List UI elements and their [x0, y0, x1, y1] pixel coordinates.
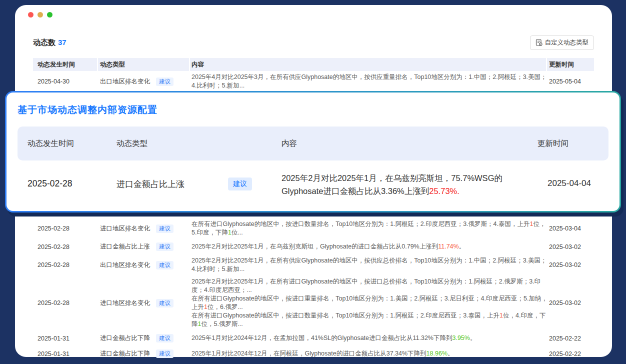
window-controls — [28, 12, 52, 18]
suggestion-badge[interactable]: 建议 — [156, 242, 174, 251]
row-updated: 2025-02-22 — [549, 335, 594, 342]
content-line: 在所有进口Glyphosate的地区中，按进口重量排名，Top10地区分别为：1… — [192, 294, 549, 312]
callout-row-content: 2025年2月对比2025年1月，在乌兹别亮斯坦，75.7%WSG的Glypho… — [282, 172, 538, 198]
table-row[interactable]: 2025-02-28出口地区排名变化建议2025年2月对比2025年1月，在所有… — [33, 254, 594, 276]
toolbar: 动态数37 自定义动态类型 — [33, 35, 594, 50]
document-gear-icon — [536, 39, 542, 46]
column-header-content: 内容 — [190, 58, 546, 71]
row-badge-cell: 建议 — [156, 224, 192, 233]
row-content: 2025年2月对比2025年1月，在所有供应Glyphosate的地区中，按供应… — [192, 254, 549, 276]
content-line: 2025年1月对比2024年12月，在孟加拉国，41%SL的Glyphosate… — [192, 334, 549, 342]
table-row[interactable]: 2025-01-31进口金额占比下降建议2025年1月对比2024年12月，在孟… — [33, 330, 594, 346]
row-content: 2025年2月对比2025年1月，在乌兹别克斯坦，Glyphosate的进口金额… — [192, 240, 549, 253]
row-type: 进口金额占比上涨 — [100, 242, 156, 251]
dynamic-count: 动态数37 — [33, 38, 66, 48]
row-date: 2025-02-28 — [38, 225, 100, 232]
content-text: 2025年2月对比2025年1月，在所有供应Glyphosate的地区中，按供应… — [192, 257, 547, 272]
suggestion-badge[interactable]: 建议 — [156, 334, 174, 342]
highlight-callout-body: 基于市场动态调整内部资源配置 动态发生时间 动态类型 内容 更新时间 2025-… — [6, 92, 620, 211]
row-badge-cell: 建议 — [156, 334, 192, 342]
table-row[interactable]: 2025-01-31进口金额占比下降建议2025年1月对比2024年12月，在菲… — [33, 362, 594, 364]
suggestion-badge[interactable]: 建议 — [156, 78, 174, 86]
value-up: 11.74% — [438, 243, 458, 250]
row-date: 2025-02-28 — [38, 244, 100, 250]
content-line: 2025年2月对比2025年1月，在所有进口Glyphosate的地区中，按进口… — [192, 278, 549, 294]
row-type: 出口地区排名变化 — [100, 261, 156, 270]
row-content: 2025年2月对比2025年1月，在所有进口Glyphosate的地区中，按进口… — [192, 276, 549, 330]
row-content: 2025年1月对比2024年12月，在阿根廷，Glyphosate的进口金额占比… — [192, 348, 549, 360]
dynamic-count-label: 动态数 — [33, 38, 56, 46]
suggestion-badge[interactable]: 建议 — [156, 299, 174, 308]
suggestion-badge[interactable]: 建议 — [156, 261, 174, 270]
suggestion-badge[interactable]: 建议 — [228, 178, 252, 190]
value-down: 3.95% — [452, 334, 470, 342]
content-line: 2025年4月对比2025年3月，在所有供应Glyphosate的地区中，按供应… — [192, 73, 549, 90]
value-down: 18.96% — [426, 350, 448, 357]
content-text: 。 — [448, 350, 454, 357]
row-updated: 2025-03-02 — [549, 300, 594, 306]
callout-row-date: 2025-02-28 — [18, 172, 116, 189]
value-up: 1 — [204, 304, 208, 310]
table-row[interactable]: 2025-02-28进口金额占比上涨建议2025年2月对比2025年1月，在乌兹… — [33, 239, 594, 254]
content-text: 2025年2月对比2025年1月，在乌兹别克斯坦，Glyphosate的进口金额… — [192, 243, 438, 250]
callout-table-row[interactable]: 2025-02-28 进口金额占比上涨 建议 2025年2月对比2025年1月，… — [18, 172, 608, 198]
callout-column-date: 动态发生时间 — [18, 138, 116, 149]
row-date: 2025-01-31 — [38, 335, 100, 342]
row-type: 进口地区排名变化 — [100, 224, 156, 233]
value-up: 25.73%. — [429, 186, 460, 196]
content-text: 在所有进口Glyphosate的地区中，按进口数量排名，Top10地区分别为：1… — [192, 220, 530, 228]
value-up: 1 — [500, 312, 503, 319]
row-content: 2025年1月对比2024年12月，在孟加拉国，41%SL的Glyphosate… — [192, 332, 549, 344]
customize-button-label: 自定义动态类型 — [545, 38, 589, 47]
row-updated: 2025-02-22 — [549, 350, 594, 358]
callout-column-content: 内容 — [282, 138, 538, 149]
row-badge-cell: 建议 — [156, 350, 192, 358]
row-badge-cell: 建议 — [156, 242, 192, 251]
highlight-callout: 基于市场动态调整内部资源配置 动态发生时间 动态类型 内容 更新时间 2025-… — [5, 91, 621, 212]
content-text: 位，6.俄罗... — [208, 304, 243, 310]
row-updated: 2025-05-04 — [549, 78, 594, 85]
content-text: 位... — [232, 229, 243, 236]
content-text: 位，5.俄罗斯... — [201, 320, 242, 328]
dynamic-count-value: 37 — [58, 38, 66, 46]
content-line: 在所有进口Glyphosate的地区中，按进口数量排名，Top10地区分别为：1… — [192, 312, 549, 328]
row-type: 进口金额占比下降 — [100, 334, 156, 342]
column-header-date: 动态发生时间 — [33, 58, 97, 71]
content-text: 2025年1月对比2024年12月，在阿根廷，Glyphosate的进口金额占比… — [192, 350, 426, 357]
row-updated: 2025-03-02 — [549, 262, 594, 268]
customize-dynamic-type-button[interactable]: 自定义动态类型 — [530, 36, 594, 50]
table-row[interactable]: 2025-01-31进口金额占比下降建议2025年1月对比2024年12月，在阿… — [33, 346, 594, 362]
content-text: 在所有进口Glyphosate的地区中，按进口数量排名，Top10地区分别为：1… — [192, 312, 500, 319]
callout-column-type: 动态类型 — [116, 138, 223, 149]
content-line: 2025年2月对比2025年1月，在乌兹别克斯坦，Glyphosate的进口金额… — [192, 242, 549, 251]
table-row[interactable]: 2025-04-30出口地区排名变化建议2025年4月对比2025年3月，在所有… — [33, 71, 594, 92]
content-text: 2025年1月对比2024年12月，在孟加拉国，41%SL的Glyphosate… — [192, 334, 452, 342]
content-line: 2025年1月对比2024年12月，在阿根廷，Glyphosate的进口金额占比… — [192, 350, 549, 358]
suggestion-badge[interactable]: 建议 — [156, 350, 174, 358]
table-row[interactable]: 2025-02-28进口地区排名变化建议在所有进口Glyphosate的地区中，… — [33, 218, 594, 239]
value-down: 1 — [228, 229, 232, 236]
row-date: 2025-01-31 — [38, 350, 100, 358]
row-badge-cell: 建议 — [156, 78, 192, 86]
minimize-window-icon[interactable] — [38, 12, 43, 18]
table-header: 动态发生时间 动态类型 内容 更新时间 — [33, 58, 594, 71]
content-text: 2025年4月对比2025年3月，在所有供应Glyphosate的地区中，按供应… — [192, 74, 547, 89]
content-text: 在所有进口Glyphosate的地区中，按进口重量排名，Top10地区分别为：1… — [192, 295, 548, 310]
column-header-updated: 更新时间 — [547, 58, 594, 71]
callout-row-type: 进口金额占比上涨 — [116, 172, 223, 190]
maximize-window-icon[interactable] — [47, 12, 52, 18]
content-line: 在所有进口Glyphosate的地区中，按进口数量排名，Top10地区分别为：1… — [192, 220, 549, 237]
table-row[interactable]: 2025-02-28进口地区排名变化建议2025年2月对比2025年1月，在所有… — [33, 276, 594, 330]
row-badge-cell: 建议 — [156, 299, 192, 308]
content-text: 2025年2月对比2025年1月，在乌兹别亮斯坦，75.7%WSG的Glypho… — [282, 174, 502, 196]
row-date: 2025-04-30 — [38, 78, 100, 85]
content-text: 2025年2月对比2025年1月，在所有进口Glyphosate的地区中，按进口… — [192, 278, 540, 294]
suggestion-badge[interactable]: 建议 — [156, 224, 174, 233]
row-type: 进口地区排名变化 — [100, 299, 156, 308]
callout-title: 基于市场动态调整内部资源配置 — [18, 104, 620, 116]
row-content: 在所有进口Glyphosate的地区中，按进口数量排名，Top10地区分别为：1… — [192, 218, 549, 239]
column-header-type: 动态类型 — [98, 58, 189, 71]
row-type: 出口地区排名变化 — [100, 78, 156, 86]
row-date: 2025-02-28 — [38, 262, 100, 268]
close-window-icon[interactable] — [28, 12, 34, 18]
